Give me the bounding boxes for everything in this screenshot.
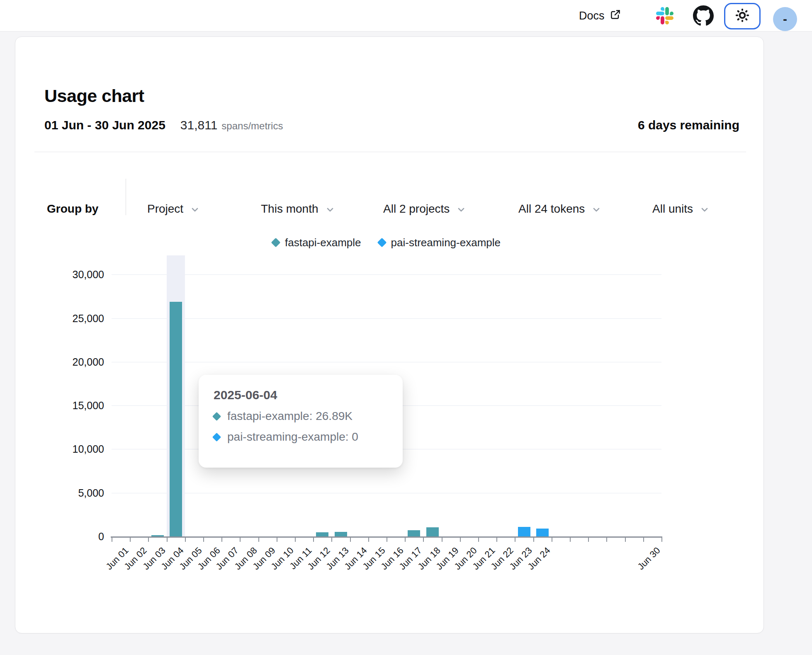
slack-icon[interactable] [655,0,674,32]
series-marker-icon [212,412,221,420]
theme-toggle-button[interactable] [724,3,761,29]
y-axis-tick-label: 20,000 [42,356,104,368]
y-gridline [112,493,661,493]
github-icon[interactable] [692,0,715,32]
bar-fastapi-example-jun-12[interactable] [316,532,328,537]
chart-tooltip: 2025-06-04 fastapi-example: 26.89K pai-s… [199,375,403,468]
bar-fastapi-example-jun-13[interactable] [335,532,347,536]
x-axis-tick [130,538,131,542]
usage-bar-chart: 05,00010,00015,00020,00025,00030,000Jun … [15,37,764,634]
bar-fastapi-example-jun-17[interactable] [408,530,420,536]
avatar-label: - [783,12,787,26]
bar-fastapi-example-jun-18[interactable] [426,527,439,536]
bar-fastapi-example-jun-04[interactable] [170,302,182,536]
x-axis-tick [167,538,168,542]
tooltip-row: pai-streaming-example: 0 [214,430,388,444]
y-gridline [112,274,661,275]
tooltip-row-text: fastapi-example: 26.89K [227,410,353,423]
x-axis-tick [552,538,552,542]
x-axis-tick [387,538,387,542]
top-bar: Docs [0,0,812,32]
x-axis-tick [112,538,112,542]
x-axis-tick [442,538,442,542]
x-axis-tick [221,538,222,542]
y-axis-tick-label: 15,000 [42,399,104,412]
x-axis-tick [588,538,589,542]
external-link-icon [610,9,621,23]
series-marker-icon [212,432,221,441]
tooltip-row: fastapi-example: 26.89K [214,410,388,423]
usage-chart-card: Usage chart 01 Jun - 30 Jun 2025 31,811 … [15,36,764,633]
x-axis-tick [368,538,369,542]
docs-link-label: Docs [579,10,605,22]
x-axis-tick [350,538,351,542]
tooltip-row-text: pai-streaming-example: 0 [227,430,358,444]
docs-link[interactable]: Docs [579,0,621,32]
y-axis-tick-label: 0 [42,530,104,543]
x-axis-tick [405,538,406,542]
y-axis-tick-label: 10,000 [42,443,104,455]
x-axis-tick [460,538,461,542]
y-gridline [112,318,661,319]
y-axis-tick-label: 25,000 [42,312,104,325]
x-axis-tick [478,538,479,542]
y-gridline [112,362,661,362]
x-axis-tick [643,538,644,542]
x-axis-tick [533,538,534,542]
x-axis-tick [185,538,186,542]
x-axis-tick [570,538,571,542]
x-axis-tick [277,538,277,542]
x-axis-tick [331,538,332,542]
x-axis-tick [240,538,241,542]
x-axis-tick [423,538,424,542]
usage-dashboard: Docs [0,0,812,655]
x-axis-tick [258,538,259,542]
y-axis-tick-label: 30,000 [42,268,104,281]
x-axis-tick [515,538,515,542]
x-axis-tick [203,538,204,542]
x-axis-tick [606,538,607,542]
x-axis-tick [148,538,149,542]
bar-pai-streaming-example-jun-23[interactable] [518,527,530,536]
tooltip-date: 2025-06-04 [214,388,388,402]
x-axis-tick [496,538,497,542]
x-axis-tick [661,538,662,542]
x-axis-tick [295,538,296,542]
sun-icon [735,8,750,24]
y-axis-tick-label: 5,000 [42,487,104,499]
bar-pai-streaming-example-jun-24[interactable] [536,529,549,536]
x-axis-tick [625,538,626,542]
user-avatar[interactable]: - [773,7,797,31]
x-axis-tick [313,538,314,542]
x-axis-tick-label: Jun 30 [622,545,662,585]
